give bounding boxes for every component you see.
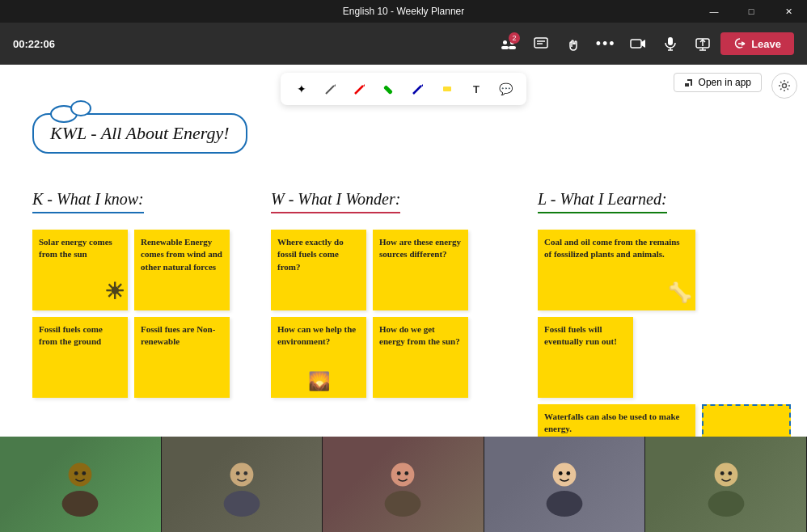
section-k-notes: Solar energy comes from the sun ☀ Renewa…	[32, 230, 255, 398]
section-k: K - What I know: Solar energy comes from…	[24, 190, 263, 437]
note-k-3[interactable]: Fossil fuels come from the ground	[32, 317, 128, 398]
svg-rect-3	[509, 46, 516, 49]
select-tool[interactable]: ✦	[290, 78, 313, 100]
svg-point-34	[391, 463, 415, 487]
whiteboard: KWL - All About Energy! K - What I know:…	[0, 65, 807, 437]
video-participant-2[interactable]	[162, 437, 323, 532]
text-tool[interactable]: T	[465, 78, 488, 100]
leave-button[interactable]: Leave	[720, 32, 794, 55]
svg-point-44	[720, 471, 724, 475]
svg-rect-4	[534, 38, 547, 48]
svg-rect-7	[631, 40, 641, 48]
section-k-header: K - What I know:	[32, 190, 144, 213]
svg-point-45	[728, 471, 732, 475]
svg-rect-21	[383, 85, 393, 95]
svg-point-38	[553, 463, 577, 487]
settings-button[interactable]	[771, 73, 797, 99]
svg-point-26	[69, 463, 92, 487]
badge-count: 2	[509, 32, 520, 44]
window-controls: — □ ✕	[695, 0, 807, 23]
share-screen-button[interactable]	[688, 29, 717, 58]
note-l-2[interactable]: Fossil fuels will eventually run out!	[538, 317, 633, 398]
sunrise-icon: 🌄	[308, 369, 330, 395]
raise-hand-button[interactable]	[559, 29, 588, 58]
open-in-app-button[interactable]: Open in app	[674, 73, 762, 92]
svg-point-25	[783, 84, 787, 88]
note-w-1[interactable]: Where exactly do fossil fuels come from?	[271, 230, 366, 310]
participants-button[interactable]: 2	[494, 29, 523, 58]
svg-point-28	[74, 471, 78, 475]
more-options-button[interactable]: •••	[591, 29, 620, 58]
note-k-1[interactable]: Solar energy comes from the sun ☀	[32, 230, 128, 310]
svg-line-22	[413, 86, 421, 94]
note-l-1[interactable]: Coal and oil come from the remains of fo…	[538, 230, 695, 310]
svg-rect-0	[503, 40, 507, 44]
sticky-note-tool[interactable]: 💬	[494, 78, 517, 100]
call-timer: 00:22:06	[13, 38, 55, 50]
svg-point-27	[62, 491, 99, 517]
section-w: W - What I Wonder: Where exactly do foss…	[263, 190, 530, 437]
svg-point-37	[405, 471, 409, 475]
section-w-header: W - What I Wonder:	[271, 190, 400, 213]
svg-point-35	[385, 491, 421, 517]
note-l-empty[interactable]	[702, 404, 791, 437]
video-participant-5[interactable]	[645, 437, 807, 532]
camera-button[interactable]	[623, 29, 653, 58]
svg-point-36	[397, 471, 401, 475]
svg-rect-2	[501, 46, 509, 49]
drawing-toolbar: ✦ T 💬	[281, 73, 526, 105]
svg-rect-23	[443, 87, 451, 91]
svg-line-20	[355, 86, 363, 94]
video-participant-1[interactable]	[0, 437, 162, 532]
section-l-notes: Coal and oil come from the remains of fo…	[538, 230, 791, 437]
maximize-button[interactable]: □	[733, 0, 770, 23]
minimize-button[interactable]: —	[695, 0, 733, 23]
blue-pen-tool[interactable]	[407, 78, 429, 100]
svg-point-32	[236, 471, 240, 475]
cloud-title: KWL - All About Energy!	[32, 113, 247, 154]
section-l: L - What I Learned: Coal and oil come fr…	[530, 190, 799, 437]
svg-point-43	[708, 491, 744, 517]
svg-point-39	[547, 491, 583, 517]
whiteboard-container: ✦ T 💬 Open in app KWL - All About Energy…	[0, 65, 807, 437]
red-pen-tool[interactable]	[349, 78, 371, 100]
teams-toolbar: 00:22:06 2 ••• Leave	[0, 23, 807, 65]
svg-point-42	[714, 463, 737, 487]
video-strip	[0, 437, 807, 532]
svg-point-30	[230, 463, 253, 487]
video-participant-4[interactable]	[484, 437, 646, 532]
svg-rect-24	[685, 83, 689, 87]
bone-icon: 🦴	[668, 280, 692, 307]
pencil-tool[interactable]	[319, 78, 342, 100]
note-w-3[interactable]: How can we help the environment? 🌄	[271, 317, 366, 398]
note-l-3[interactable]: Waterfalls can also be used to make ener…	[538, 404, 695, 437]
sun-icon: ☀	[104, 276, 125, 307]
highlighter-tool[interactable]	[436, 78, 458, 100]
svg-point-40	[559, 471, 563, 475]
note-k-2[interactable]: Renewable Energy comes from wind and oth…	[134, 230, 230, 310]
note-w-2[interactable]: How are these energy sources different?	[373, 230, 468, 310]
green-marker-tool[interactable]	[378, 78, 400, 100]
svg-rect-9	[668, 37, 673, 45]
svg-point-41	[566, 471, 570, 475]
note-w-4[interactable]: How do we get energy from the sun?	[373, 317, 468, 398]
svg-point-31	[223, 491, 260, 517]
window-title: English 10 - Weekly Planner	[343, 6, 465, 17]
video-participant-3[interactable]	[323, 437, 484, 532]
meeting-controls: 2 ••• Leave	[494, 29, 794, 58]
section-w-notes: Where exactly do fossil fuels come from?…	[271, 230, 522, 398]
svg-point-33	[243, 471, 247, 475]
chat-button[interactable]	[526, 29, 556, 58]
svg-line-19	[326, 86, 334, 94]
title-bar: English 10 - Weekly Planner — □ ✕	[0, 0, 807, 23]
section-l-header: L - What I Learned:	[538, 190, 667, 213]
close-button[interactable]: ✕	[770, 0, 807, 23]
mute-button[interactable]	[656, 29, 685, 58]
svg-point-29	[82, 471, 87, 475]
note-k-4[interactable]: Fossil fues are Non-renewable	[134, 317, 230, 398]
svg-marker-8	[641, 40, 645, 48]
kwl-sections: K - What I know: Solar energy comes from…	[24, 190, 799, 437]
